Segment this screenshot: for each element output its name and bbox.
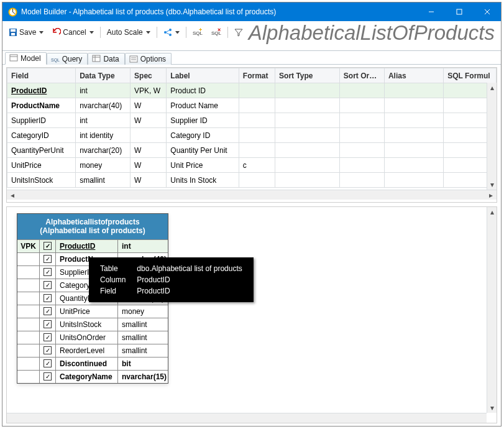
scroll-right-icon[interactable]: ▸: [487, 191, 495, 200]
scroll-down-icon[interactable]: ▾: [487, 180, 497, 190]
grid-cell[interactable]: [339, 98, 384, 113]
grid-cell[interactable]: ProductID: [7, 83, 76, 98]
table-row[interactable]: SupplierIDintWSupplier ID: [7, 113, 497, 128]
grid-cell[interactable]: [384, 98, 443, 113]
grid-cell[interactable]: [239, 128, 275, 143]
autoscale-dropdown-icon[interactable]: [146, 31, 150, 34]
share-dropdown-icon[interactable]: [175, 31, 180, 34]
grid-cell[interactable]: [275, 98, 340, 113]
grid-cell[interactable]: [131, 128, 167, 143]
grid-cell[interactable]: [275, 158, 340, 173]
grid-scrollbar-v[interactable]: ▴ ▾: [487, 83, 497, 190]
col-format[interactable]: Format: [239, 68, 275, 83]
col-field[interactable]: Field: [7, 68, 76, 83]
share-button[interactable]: [160, 26, 183, 39]
entity-field-name[interactable]: CategoryName: [56, 371, 118, 383]
grid-cell[interactable]: [239, 113, 275, 128]
grid-cell[interactable]: [239, 98, 275, 113]
entity-row[interactable]: ✓UnitsInStocksmallint: [17, 318, 168, 331]
entity-field-name[interactable]: Discontinued: [56, 358, 118, 370]
scroll-left-icon[interactable]: ◂: [8, 191, 17, 200]
entity-field-name[interactable]: UnitPrice: [56, 305, 118, 318]
minimize-button[interactable]: [417, 2, 445, 21]
save-button[interactable]: Save: [5, 26, 47, 39]
grid-cell[interactable]: Quantity Per Unit: [167, 143, 239, 158]
entity-field-name[interactable]: ReorderLevel: [56, 344, 118, 357]
grid-cell[interactable]: [339, 113, 384, 128]
diagram-scrollbar-h[interactable]: [7, 413, 487, 423]
col-label[interactable]: Label: [167, 68, 239, 83]
entity-header-row[interactable]: VPK ✓ ProductID int: [17, 239, 168, 252]
col-data[interactable]: Data Type: [76, 68, 131, 83]
grid-cell[interactable]: [275, 143, 340, 158]
grid-cell[interactable]: [339, 83, 384, 98]
checkbox-icon[interactable]: ✓: [44, 307, 52, 315]
grid-cell[interactable]: [275, 128, 340, 143]
table-row[interactable]: UnitsInStocksmallintWUnits In Stock: [7, 173, 497, 188]
grid-cell[interactable]: c: [239, 158, 275, 173]
grid-cell[interactable]: Units In Stock: [167, 173, 239, 188]
table-row[interactable]: ProductNamenvarchar(40)WProduct Name: [7, 98, 497, 113]
col-sql[interactable]: SQL Formul: [444, 68, 497, 83]
grid-cell[interactable]: nvarchar(20): [76, 143, 131, 158]
tab-options[interactable]: Options: [125, 53, 172, 65]
grid-cell[interactable]: W: [131, 143, 167, 158]
col-spec[interactable]: Spec: [131, 68, 167, 83]
col-sort[interactable]: Sort Type: [275, 68, 340, 83]
grid-cell[interactable]: [384, 158, 443, 173]
entity-row[interactable]: ✓ReorderLevelsmallint: [17, 344, 168, 357]
pk-field-name[interactable]: ProductID: [56, 240, 118, 252]
grid-cell[interactable]: [384, 173, 443, 188]
grid-cell[interactable]: CategoryID: [7, 128, 76, 143]
autoscale-button[interactable]: Auto Scale: [103, 26, 154, 39]
entity-row[interactable]: ✓Discontinuedbit: [17, 357, 168, 370]
grid-cell[interactable]: UnitPrice: [7, 158, 76, 173]
scroll-up-icon[interactable]: ▴: [487, 207, 497, 217]
checkbox-icon[interactable]: ✓: [44, 333, 52, 341]
checkbox-icon[interactable]: ✓: [44, 372, 52, 381]
checkbox-icon[interactable]: ✓: [44, 268, 52, 276]
checkbox-icon[interactable]: ✓: [44, 346, 52, 354]
grid-cell[interactable]: [339, 128, 384, 143]
entity-row[interactable]: ✓UnitPricemoney: [17, 305, 168, 318]
grid-cell[interactable]: [384, 128, 443, 143]
grid-cell[interactable]: W: [131, 113, 167, 128]
checkbox-icon[interactable]: ✓: [44, 242, 52, 250]
grid-cell[interactable]: Product ID: [167, 83, 239, 98]
grid-cell[interactable]: [239, 83, 275, 98]
table-row[interactable]: ProductIDintVPK, WProduct ID: [7, 83, 497, 98]
grid-cell[interactable]: W: [131, 98, 167, 113]
grid-cell[interactable]: smallint: [76, 173, 131, 188]
grid-cell[interactable]: [384, 143, 443, 158]
entity-field-name[interactable]: UnitsOnOrder: [56, 331, 118, 344]
sql-remove-button[interactable]: SQL×: [208, 26, 225, 39]
grid-cell[interactable]: VPK, W: [131, 83, 167, 98]
entity-row[interactable]: ✓CategoryNamenvarchar(15): [17, 370, 168, 383]
grid-cell[interactable]: Supplier ID: [167, 113, 239, 128]
grid-scrollbar-h[interactable]: ◂ ▸: [7, 190, 497, 200]
cancel-dropdown-icon[interactable]: [89, 31, 94, 34]
sql-add-button[interactable]: SQL+: [189, 26, 206, 39]
grid-cell[interactable]: QuantityPerUnit: [7, 143, 76, 158]
entity-row[interactable]: ✓UnitsOnOrdersmallint: [17, 331, 168, 344]
grid-cell[interactable]: ProductName: [7, 98, 76, 113]
grid-cell[interactable]: [339, 173, 384, 188]
titlebar[interactable]: Model Builder - Alphabetical list of pro…: [2, 2, 501, 21]
entity-field-name[interactable]: UnitsInStock: [56, 318, 118, 331]
grid-cell[interactable]: W: [131, 173, 167, 188]
maximize-button[interactable]: [445, 2, 473, 21]
checkbox-icon[interactable]: ✓: [44, 281, 52, 289]
checkbox-icon[interactable]: ✓: [44, 320, 52, 328]
filter-button[interactable]: [231, 26, 247, 39]
col-order[interactable]: Sort Order: [339, 68, 384, 83]
checkbox-icon[interactable]: ✓: [44, 255, 52, 263]
grid-cell[interactable]: [275, 83, 340, 98]
table-row[interactable]: CategoryIDint identityCategory ID: [7, 128, 497, 143]
save-dropdown-icon[interactable]: [39, 31, 44, 34]
grid-cell[interactable]: [275, 113, 340, 128]
grid-cell[interactable]: [239, 173, 275, 188]
grid-cell[interactable]: Category ID: [167, 128, 239, 143]
grid-cell[interactable]: [239, 143, 275, 158]
grid-cell[interactable]: [339, 158, 384, 173]
grid-cell[interactable]: [339, 143, 384, 158]
